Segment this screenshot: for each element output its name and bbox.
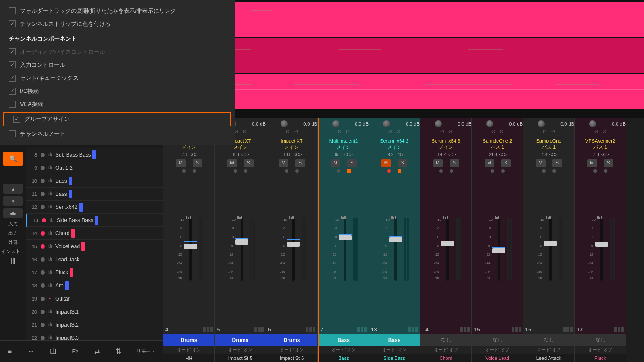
search-button[interactable]: 🔍: [3, 152, 23, 166]
svg-text:-12: -12: [228, 253, 234, 256]
solo-btn-pluck[interactable]: S: [604, 159, 613, 167]
svg-text:-36: -36: [537, 270, 542, 274]
checkbox-input-control[interactable]: ✓: [9, 61, 16, 68]
track-row-8[interactable]: 8 山 Sub Bass Bass: [26, 148, 166, 161]
group-label-impact6[interactable]: Drums: [266, 334, 317, 346]
external-label[interactable]: 外部: [8, 239, 18, 246]
dropdown-item-folder-link[interactable]: フォルダートラックの展開/折りたたみを表示/非表示にリンク: [0, 4, 235, 17]
checkbox-send-cue[interactable]: ✓: [9, 75, 16, 82]
track-row-20[interactable]: 20 山 ImpactSt1: [26, 305, 166, 318]
dropdown-item-audio-device[interactable]: ✓ オーディオデバイスコントロール: [0, 45, 235, 58]
solo-btn-voicelead[interactable]: S: [501, 159, 511, 167]
fader-area-pluck: 10 6 0 -6 -12 -24 -36 -48: [575, 174, 626, 325]
bars-icon[interactable]: |||: [11, 257, 16, 264]
dropdown-item-channel-note[interactable]: チャンネルノート: [0, 127, 235, 140]
phase-vl-1: ∅: [491, 129, 495, 134]
solo-btn-leadattack[interactable]: S: [552, 159, 562, 167]
solo-btn-hh[interactable]: S: [193, 159, 202, 167]
checkbox-group-assign[interactable]: ✓: [13, 116, 20, 123]
vu-bar-3: [210, 327, 213, 332]
group-label-chord[interactable]: なし: [420, 334, 471, 346]
group-label-leadattack[interactable]: なし: [523, 334, 574, 346]
solo-btn-sidebass[interactable]: S: [398, 159, 407, 167]
track-row-9[interactable]: 9 山 Out 1-2: [26, 161, 166, 174]
track-dot-16: [41, 257, 45, 262]
track-row-18[interactable]: 18 山 Arp: [26, 279, 166, 292]
dropdown-item-vca[interactable]: VCA接続: [0, 98, 235, 111]
channel-knob-sidebass[interactable]: [383, 120, 390, 127]
mute-btn-chord[interactable]: M: [433, 159, 443, 167]
svg-rect-89: [441, 241, 454, 246]
channel-knob-leadattack[interactable]: [538, 120, 545, 127]
track-row-12[interactable]: 12 山 Ser..x642: [26, 201, 166, 214]
mute-btn-voicelead[interactable]: M: [485, 159, 494, 167]
arrow-down-button[interactable]: ▼: [3, 196, 23, 206]
group-label-voicelead[interactable]: なし: [472, 334, 523, 346]
channel-knob-pluck[interactable]: [589, 120, 596, 127]
track-row-10[interactable]: 10 山 Bass: [26, 174, 166, 188]
checkbox-folder-link[interactable]: [9, 7, 16, 14]
arrow-up-button[interactable]: ▲: [3, 184, 23, 194]
group-label-hh[interactable]: Drums: [163, 334, 214, 346]
track-row-14[interactable]: 14 山 Chord: [26, 227, 166, 240]
toolbar-btn-remote[interactable]: リモート: [134, 346, 158, 356]
solo-btn-impact6[interactable]: S: [295, 159, 305, 167]
output-label[interactable]: 出力: [8, 230, 18, 236]
svg-rect-73: [389, 237, 402, 242]
svg-rect-57: [339, 235, 352, 240]
track-icon-21: 山: [47, 323, 54, 327]
toolbar-btn-mountain[interactable]: 山: [47, 345, 59, 358]
group-label-sidebass[interactable]: Bass: [369, 334, 420, 346]
mute-btn-hh[interactable]: M: [176, 159, 186, 167]
mute-btn-pluck[interactable]: M: [587, 159, 597, 167]
solo-btn-chord[interactable]: S: [450, 159, 459, 167]
fader-svg-leadattack: 10 6 0 -6 -12 -24 -36 -48: [527, 215, 571, 283]
mute-btn-leadattack[interactable]: M: [536, 159, 546, 167]
dropdown-item-group-assign[interactable]: ✓ グループアサイン: [3, 112, 231, 126]
channel-knob-voicelead[interactable]: [486, 120, 493, 127]
toolbar-btn-arrows-h[interactable]: ⇄: [92, 345, 102, 357]
toolbar-btn-arrows-v[interactable]: ⇅: [113, 345, 124, 357]
svg-rect-134: [600, 218, 603, 281]
channel-knob-bass[interactable]: [332, 120, 339, 127]
dropdown-item-colorize[interactable]: ✓ チャンネルストリップに色を付ける: [0, 17, 235, 31]
group-label-bass[interactable]: Bass: [319, 334, 369, 346]
svg-text:6: 6: [386, 226, 388, 230]
checkbox-channel-note[interactable]: [9, 130, 16, 137]
toolbar-btn-fx[interactable]: FX: [69, 347, 81, 356]
input-label[interactable]: 入力: [8, 221, 18, 227]
playback-button[interactable]: ◀▶: [3, 208, 23, 218]
checkbox-colorize[interactable]: ✓: [9, 20, 16, 27]
group-label-pluck[interactable]: なし: [575, 334, 626, 346]
fader-svg-impact5: 10 6 0 -6 -12 -24 -36 -48: [219, 215, 262, 283]
inst-label[interactable]: インスト...: [1, 248, 24, 255]
checkbox-audio-device[interactable]: ✓: [9, 48, 16, 55]
track-row-16[interactable]: 16 山 Lead..tack: [26, 253, 166, 266]
track-row-11[interactable]: 11 山 Bass: [26, 188, 166, 201]
mute-btn-bass[interactable]: M: [331, 159, 340, 167]
track-dot-19: [41, 297, 45, 301]
channel-knob-impact6[interactable]: [281, 120, 288, 127]
track-row-17[interactable]: 17 山 Pluck: [26, 266, 166, 279]
channel-knob-chord[interactable]: [435, 120, 442, 127]
dropdown-item-io[interactable]: ✓ I/O接続: [0, 85, 235, 98]
checkbox-io[interactable]: ✓: [9, 88, 16, 95]
solo-btn-bass[interactable]: S: [347, 159, 357, 167]
channel-send-impact5: -8.6 <C>: [215, 151, 266, 158]
checkbox-vca[interactable]: [9, 101, 16, 108]
group-label-impact5[interactable]: Drums: [215, 334, 266, 346]
track-row-19[interactable]: 19 ~ Guitar: [26, 292, 166, 305]
toolbar-btn-menu[interactable]: ≡: [5, 346, 14, 357]
mute-btn-impact6[interactable]: M: [279, 159, 288, 167]
track-row-21[interactable]: 21 山 ImpactSt2: [26, 318, 166, 331]
dropdown-item-send-cue[interactable]: ✓ セント/キューミックス: [0, 72, 235, 85]
solo-btn-impact5[interactable]: S: [244, 159, 254, 167]
channel-num-chord: 14: [422, 326, 428, 333]
dropdown-item-input-control[interactable]: ✓ 入力コントロール: [0, 58, 235, 72]
track-row-13[interactable]: 13 山 Side Bass Bass: [26, 214, 166, 227]
track-row-15[interactable]: 15 山 VoiceLead: [26, 240, 166, 253]
toolbar-btn-wave[interactable]: ～: [25, 345, 37, 358]
mute-btn-impact5[interactable]: M: [227, 159, 237, 167]
mute-btn-sidebass[interactable]: M: [381, 159, 391, 167]
channel-num-hh: 4: [165, 326, 168, 333]
